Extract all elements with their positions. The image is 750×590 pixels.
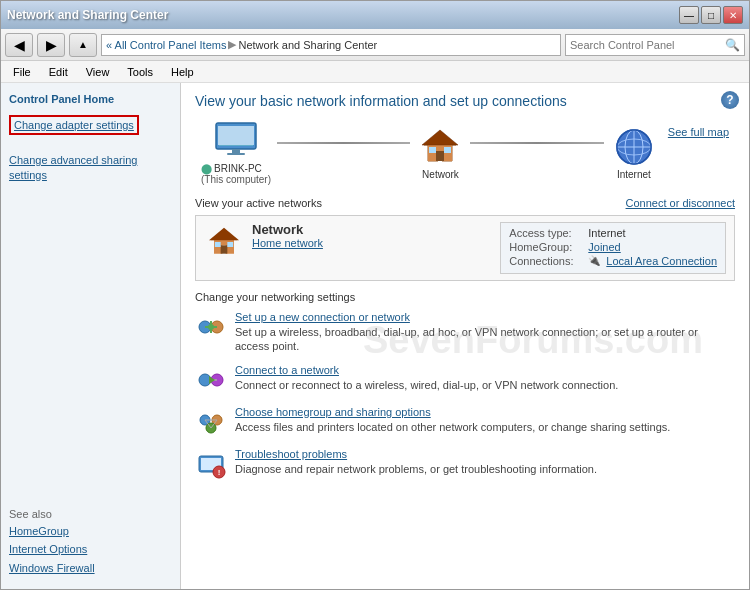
access-type-row: Access type: Internet [509, 227, 717, 239]
svg-rect-11 [444, 147, 451, 153]
window-controls: — □ ✕ [679, 6, 743, 24]
connections-value[interactable]: Local Area Connection [606, 255, 717, 267]
see-full-map-link[interactable]: See full map [668, 121, 729, 139]
breadcrumb-current: Network and Sharing Center [238, 39, 377, 51]
svg-rect-22 [227, 242, 233, 247]
svg-point-27 [208, 324, 214, 330]
network-label: Network [422, 169, 459, 180]
breadcrumb: « All Control Panel Items ▶ Network and … [101, 34, 561, 56]
menu-bar: File Edit View Tools Help [1, 61, 749, 83]
setting-new-connection: Set up a new connection or network Set u… [195, 311, 735, 354]
search-input[interactable] [570, 39, 725, 51]
homegroup-link[interactable]: Choose homegroup and sharing options [235, 406, 670, 418]
new-connection-text: Set up a new connection or network Set u… [235, 311, 735, 354]
access-type-value: Internet [588, 227, 625, 239]
internet-label: Internet [617, 169, 651, 180]
window-title: Network and Sharing Center [7, 8, 168, 22]
forward-button[interactable]: ▶ [37, 33, 65, 57]
connect-network-text: Connect to a network Connect or reconnec… [235, 364, 618, 392]
troubleshoot-link[interactable]: Troubleshoot problems [235, 448, 597, 460]
breadcrumb-all-items[interactable]: « All Control Panel Items [106, 39, 226, 51]
search-bar[interactable]: 🔍 [565, 34, 745, 56]
connect-disconnect-link[interactable]: Connect or disconnect [626, 197, 735, 209]
sidebar: Control Panel Home Change adapter settin… [1, 83, 181, 589]
network-diagram: ⬤ BRINK-PC (This computer) [195, 121, 735, 185]
svg-rect-20 [221, 245, 228, 253]
minimize-button[interactable]: — [679, 6, 699, 24]
homegroup-row: HomeGroup: Joined [509, 241, 717, 253]
homegroup-text: Choose homegroup and sharing options Acc… [235, 406, 670, 434]
menu-edit[interactable]: Edit [41, 64, 76, 80]
sidebar-home[interactable]: Control Panel Home [9, 93, 172, 105]
svg-text:!: ! [218, 468, 221, 477]
setting-troubleshoot: ! Troubleshoot problems Diagnose and rep… [195, 448, 735, 480]
active-network-box: Network Home network Access type: Intern… [195, 215, 735, 281]
active-network-house-icon [204, 222, 244, 262]
homegroup-icon [195, 406, 227, 438]
network-icon-group: Network [416, 127, 464, 180]
sidebar-homegroup[interactable]: HomeGroup [9, 524, 95, 538]
page-title: View your basic network information and … [195, 93, 735, 109]
active-network-name: Network [252, 222, 492, 237]
connections-row: Connections: 🔌 Local Area Connection [509, 255, 717, 267]
active-networks-label: View your active networks [195, 197, 322, 209]
new-connection-icon [195, 311, 227, 343]
new-connection-link[interactable]: Set up a new connection or network [235, 311, 735, 323]
up-button[interactable]: ▲ [69, 33, 97, 57]
menu-file[interactable]: File [5, 64, 39, 80]
search-icon: 🔍 [725, 38, 740, 52]
setting-homegroup: Choose homegroup and sharing options Acc… [195, 406, 735, 438]
network-info: Network Home network [252, 222, 492, 249]
computer-icon-group: ⬤ BRINK-PC (This computer) [201, 121, 271, 185]
computer-sublabel: (This computer) [201, 174, 271, 185]
see-also-label: See also [9, 508, 95, 520]
internet-icon-group: Internet [610, 127, 658, 180]
svg-rect-9 [436, 151, 444, 161]
svg-rect-5 [227, 153, 245, 155]
homegroup-desc: Access files and printers located on oth… [235, 421, 670, 433]
computer-name: BRINK-PC [214, 163, 262, 174]
connections-icon: 🔌 [588, 255, 600, 267]
change-settings-title: Change your networking settings [195, 291, 735, 303]
connect-network-icon [195, 364, 227, 396]
close-button[interactable]: ✕ [723, 6, 743, 24]
content-pane: SevenForums.com ? View your basic networ… [181, 83, 749, 589]
active-network-type[interactable]: Home network [252, 237, 492, 249]
connector-line-2 [470, 142, 603, 144]
computer-icon [212, 121, 260, 161]
network-icon [416, 127, 464, 167]
main-area: Control Panel Home Change adapter settin… [1, 83, 749, 589]
access-type-key: Access type: [509, 227, 584, 239]
internet-icon [610, 127, 658, 167]
troubleshoot-desc: Diagnose and repair network problems, or… [235, 463, 597, 475]
computer-label: ⬤ BRINK-PC (This computer) [201, 163, 271, 185]
maximize-button[interactable]: □ [701, 6, 721, 24]
svg-rect-21 [215, 242, 221, 247]
homegroup-value[interactable]: Joined [588, 241, 620, 253]
menu-help[interactable]: Help [163, 64, 202, 80]
title-bar: Network and Sharing Center — □ ✕ [1, 1, 749, 29]
sidebar-change-adapter[interactable]: Change adapter settings [9, 115, 139, 135]
sidebar-internet-options[interactable]: Internet Options [9, 542, 95, 556]
connections-key: Connections: [509, 255, 584, 267]
active-networks-header: View your active networks Connect or dis… [195, 197, 735, 209]
menu-tools[interactable]: Tools [119, 64, 161, 80]
troubleshoot-icon: ! [195, 448, 227, 480]
svg-marker-19 [209, 228, 239, 241]
troubleshoot-text: Troubleshoot problems Diagnose and repai… [235, 448, 597, 476]
homegroup-key: HomeGroup: [509, 241, 584, 253]
back-button[interactable]: ◀ [5, 33, 33, 57]
new-connection-desc: Set up a wireless, broadband, dial-up, a… [235, 326, 698, 352]
help-icon[interactable]: ? [721, 91, 739, 109]
connect-network-desc: Connect or reconnect to a wireless, wire… [235, 379, 618, 391]
computer-status-icon: ⬤ [201, 163, 212, 174]
sidebar-change-advanced[interactable]: Change advanced sharing settings [9, 153, 172, 182]
connector-line-1 [277, 142, 410, 144]
address-bar: ◀ ▶ ▲ « All Control Panel Items ▶ Networ… [1, 29, 749, 61]
breadcrumb-separator: ▶ [228, 38, 236, 51]
see-also-section: See also HomeGroup Internet Options Wind… [9, 508, 95, 579]
svg-rect-10 [429, 147, 436, 153]
sidebar-windows-firewall[interactable]: Windows Firewall [9, 561, 95, 575]
connect-network-link[interactable]: Connect to a network [235, 364, 618, 376]
menu-view[interactable]: View [78, 64, 118, 80]
